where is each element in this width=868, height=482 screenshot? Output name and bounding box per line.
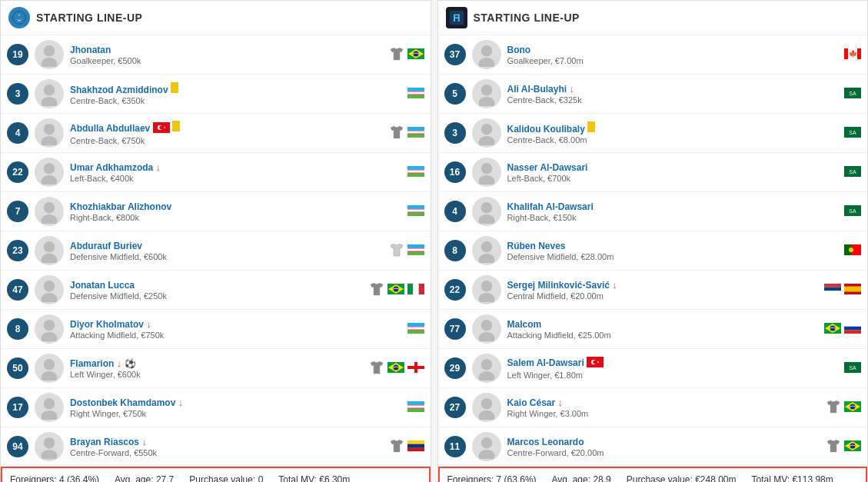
- left-foreigners: Foreigners: 4 (36.4%): [10, 474, 99, 482]
- svg-rect-78: [407, 447, 424, 451]
- player-name[interactable]: Sergej Milinković-Savić ↓: [507, 280, 617, 291]
- player-number: 4: [7, 122, 28, 144]
- player-info: Khozhiakbar AlizhonovRight-Back, €800k: [70, 201, 407, 222]
- player-avatar: [35, 354, 64, 383]
- player-row: 94 Brayan Riascos ↓Centre-Forward, €550k: [1, 427, 431, 467]
- player-details: Centre-Back, €8.00m: [507, 135, 845, 145]
- player-name[interactable]: Khalifah Al-Dawsari: [507, 201, 594, 212]
- svg-point-68: [44, 398, 55, 409]
- svg-point-139: [478, 450, 494, 459]
- player-details: Attacking Midfield, €750k: [70, 331, 407, 340]
- player-avatar: [472, 79, 501, 108]
- svg-point-121: [830, 325, 836, 331]
- svg-rect-36: [407, 208, 424, 209]
- player-info: Ali Al-Bulayhi ↓Centre-Back, €325k: [507, 83, 845, 105]
- player-details: Left-Back, €700k: [507, 174, 845, 183]
- player-name[interactable]: Dostonbek Khamdamov ↓: [70, 397, 183, 408]
- flag-br-icon: [407, 48, 424, 61]
- team-right-header: H STARTING LINE-UP: [438, 1, 868, 35]
- substitution-arrow-icon: ↓: [178, 397, 184, 408]
- svg-point-93: [481, 124, 491, 135]
- player-name[interactable]: Rúben Neves: [507, 241, 566, 251]
- player-name[interactable]: Bono: [507, 45, 531, 55]
- player-row: 29 Salem Al-Dawsari Left Winger, €1.80mS…: [438, 349, 868, 388]
- player-name[interactable]: Khozhiakbar Alizhonov: [70, 201, 171, 212]
- player-avatar: [472, 275, 501, 304]
- flag-ru-icon: [844, 323, 861, 336]
- flag-pt-icon: [844, 244, 861, 258]
- player-name[interactable]: Kaio César ↓: [507, 397, 564, 408]
- player-name[interactable]: Umar Adkhamzoda ↓: [70, 162, 161, 173]
- svg-point-2: [42, 58, 58, 67]
- player-info: Nasser Al-DawsariLeft-Back, €700k: [507, 162, 845, 183]
- player-avatar: [472, 40, 501, 69]
- player-name[interactable]: Shakhzod Azmiddinov: [70, 85, 178, 95]
- right-purchase: Purchase value: €248.00m: [627, 474, 737, 482]
- flag-uz-icon: [407, 244, 424, 258]
- player-action-icons: [824, 323, 861, 336]
- player-info: Jonatan LuccaDefensive Midfield, €250k: [70, 280, 369, 301]
- player-name[interactable]: Abdurauf Buriev: [70, 241, 142, 251]
- ball-icon: ⚽: [125, 358, 136, 369]
- team-right-players: 37 BonoGoalkeeper, €7.00m🍁5 Ali Al-Bulay…: [438, 35, 868, 467]
- player-name[interactable]: Nasser Al-Dawsari: [507, 162, 588, 173]
- player-details: Right-Back, €150k: [507, 213, 845, 222]
- svg-point-97: [481, 163, 491, 174]
- svg-rect-72: [407, 408, 424, 412]
- player-row: 37 BonoGoalkeeper, €7.00m🍁: [438, 35, 868, 75]
- svg-point-13: [44, 124, 55, 135]
- player-action-icons: [407, 205, 424, 218]
- player-number: 22: [7, 161, 28, 183]
- player-row: 23 Abdurauf BurievDefensive Midfield, €6…: [1, 231, 431, 271]
- flag-br-icon: [387, 362, 404, 375]
- svg-rect-124: [844, 330, 861, 334]
- player-name[interactable]: Jonatan Lucca: [70, 280, 135, 291]
- player-details: Right-Back, €800k: [70, 213, 407, 222]
- player-number: 3: [7, 83, 28, 105]
- player-action-icons: [844, 244, 861, 258]
- player-name[interactable]: Jhonatan: [70, 45, 111, 55]
- svg-point-17: [159, 126, 163, 130]
- player-row: 3 Kalidou Koulibaly Centre-Back, €8.00mS…: [438, 114, 868, 153]
- player-number: 7: [7, 201, 28, 222]
- svg-rect-51: [413, 284, 418, 294]
- player-details: Attacking Midfield, €25.00m: [507, 331, 825, 340]
- player-avatar: [35, 236, 64, 265]
- player-number: 8: [7, 318, 28, 340]
- flag-uz-icon: [407, 88, 424, 101]
- svg-point-110: [481, 281, 491, 291]
- svg-text:SA: SA: [849, 208, 856, 214]
- player-name[interactable]: Flamarion ↓ ⚽: [70, 358, 136, 369]
- player-number: 8: [444, 240, 466, 261]
- player-action-icons: [407, 166, 424, 179]
- svg-rect-28: [407, 173, 424, 177]
- player-name[interactable]: Salem Al-Dawsari: [507, 357, 604, 368]
- flag-uz-icon: [407, 166, 424, 179]
- player-details: Left-Back, €400k: [70, 174, 407, 183]
- svg-point-31: [44, 202, 55, 213]
- svg-point-89: [481, 85, 491, 95]
- player-details: Goalkeeper, €500k: [70, 56, 389, 65]
- player-name[interactable]: Kalidou Koulibaly: [507, 124, 596, 135]
- svg-rect-21: [407, 134, 424, 138]
- flag-sa-icon: SA: [844, 205, 861, 218]
- team-right-panel: H STARTING LINE-UP 37 BonoGoalkeeper, €7…: [437, 0, 869, 482]
- svg-point-6: [44, 85, 55, 95]
- svg-point-69: [42, 411, 58, 420]
- svg-text:SA: SA: [849, 130, 856, 135]
- svg-point-64: [393, 364, 398, 370]
- player-name[interactable]: Ali Al-Bulayhi ↓: [507, 84, 574, 95]
- player-name[interactable]: Diyor Kholmatov ↓: [70, 319, 151, 330]
- player-number: 19: [7, 44, 28, 65]
- flag-uz-icon: [407, 323, 424, 336]
- flag-sa-icon: SA: [844, 88, 861, 101]
- player-name[interactable]: Malcom: [507, 319, 542, 330]
- player-action-icons: SA: [844, 205, 861, 218]
- player-name[interactable]: Marcos Leonardo: [507, 437, 584, 447]
- player-name[interactable]: Brayan Riascos ↓: [70, 437, 147, 447]
- player-details: Centre-Back, €750k: [70, 136, 389, 145]
- player-avatar: [472, 314, 501, 344]
- svg-rect-123: [844, 326, 861, 330]
- player-name[interactable]: Abdulla Abdullaev: [70, 123, 180, 134]
- svg-point-138: [481, 437, 491, 448]
